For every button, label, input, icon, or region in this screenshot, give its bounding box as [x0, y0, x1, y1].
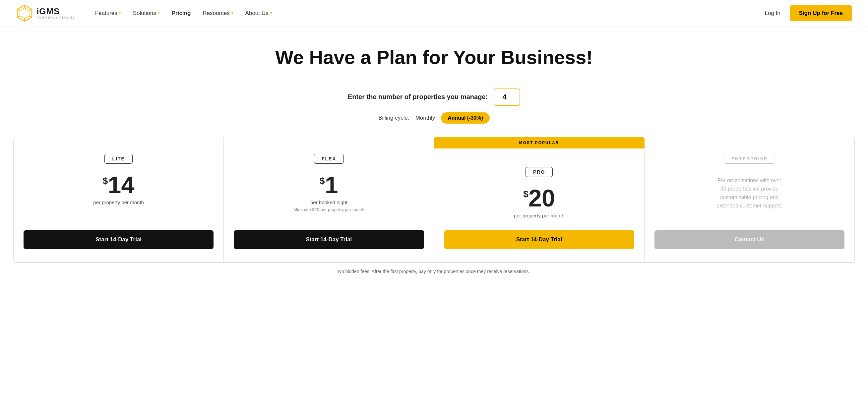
solutions-label: Solutions	[133, 10, 156, 16]
enterprise-cta-button[interactable]: Contact Us	[654, 230, 844, 249]
hero-section: We Have a Plan for Your Business!	[0, 27, 868, 78]
plan-lite: LITE $ 14 per property per month Start 1…	[13, 137, 224, 262]
footer-note: No hidden fees. After the first property…	[13, 263, 855, 277]
billing-annual-button[interactable]: Annual (-33%)	[441, 112, 490, 124]
lite-badge: LITE	[104, 154, 132, 164]
pro-price: $ 20	[523, 186, 555, 210]
features-chevron-icon: ▾	[119, 11, 121, 15]
pro-badge: PRO	[526, 167, 553, 177]
lite-per-unit: per property per month	[93, 200, 144, 205]
pricing-label: Pricing	[172, 10, 191, 16]
lite-cta-button[interactable]: Start 14-Day Trial	[24, 230, 214, 249]
pricing-section: LITE $ 14 per property per month Start 1…	[0, 130, 868, 291]
controls-section: Enter the number of properties you manag…	[0, 78, 868, 130]
flex-currency: $	[320, 176, 325, 186]
logo-name: iGMS	[36, 7, 75, 16]
billing-label: Billing cycle:	[378, 115, 409, 121]
plan-enterprise: ENTERPRISE For organizations with over 3…	[645, 137, 855, 262]
property-input[interactable]	[494, 89, 520, 106]
solutions-chevron-icon: ▾	[158, 11, 160, 15]
flex-amount: 1	[325, 173, 338, 197]
pro-cta-button[interactable]: Start 14-Day Trial	[444, 230, 634, 249]
nav-resources[interactable]: Resources ▾	[203, 10, 233, 16]
nav-links: Features ▾ Solutions ▾ Pricing Resources…	[95, 10, 765, 16]
lite-amount: 14	[108, 173, 134, 197]
pro-per-unit: per property per month	[514, 213, 565, 219]
logo[interactable]: iGMS FORMERLY AIRGMS	[16, 5, 75, 22]
nav-solutions[interactable]: Solutions ▾	[133, 10, 160, 16]
pricing-cards: LITE $ 14 per property per month Start 1…	[13, 137, 855, 263]
pro-currency: $	[523, 189, 528, 200]
about-label: About Us	[245, 10, 269, 16]
about-chevron-icon: ▾	[270, 11, 272, 15]
enterprise-desc: For organizations with over 30 propertie…	[716, 176, 782, 210]
login-button[interactable]: Log In	[765, 10, 780, 16]
lite-price: $ 14	[103, 173, 134, 197]
logo-subtitle: FORMERLY AIRGMS	[36, 16, 75, 20]
flex-per-unit: per booked night	[310, 200, 347, 205]
nav-about[interactable]: About Us ▾	[245, 10, 272, 16]
plan-pro: MOST POPULAR PRO $ 20 per property per m…	[434, 150, 645, 262]
enterprise-badge: ENTERPRISE	[724, 154, 775, 164]
billing-row: Billing cycle: Monthly Annual (-33%)	[378, 112, 490, 124]
signup-button[interactable]: Sign Up for Free	[790, 5, 852, 21]
plan-flex: FLEX $ 1 per booked night Minimum $20 pe…	[224, 137, 434, 262]
flex-badge: FLEX	[314, 154, 344, 164]
navigation: iGMS FORMERLY AIRGMS Features ▾ Solution…	[0, 0, 868, 27]
most-popular-banner: MOST POPULAR	[434, 137, 645, 148]
flex-price: $ 1	[320, 173, 338, 197]
flex-cta-button[interactable]: Start 14-Day Trial	[234, 230, 424, 249]
features-label: Features	[95, 10, 117, 16]
nav-features[interactable]: Features ▾	[95, 10, 121, 16]
billing-monthly-button[interactable]: Monthly	[415, 115, 435, 121]
resources-chevron-icon: ▾	[231, 11, 234, 15]
flex-per-unit-sub: Minimum $20 per property per month	[293, 207, 364, 212]
property-label: Enter the number of properties you manag…	[348, 93, 488, 101]
pro-amount: 20	[528, 186, 555, 210]
logo-icon	[16, 5, 33, 22]
svg-marker-1	[20, 8, 29, 19]
lite-currency: $	[103, 176, 108, 186]
property-row: Enter the number of properties you manag…	[348, 89, 520, 106]
nav-right: Log In Sign Up for Free	[765, 5, 852, 21]
nav-pricing[interactable]: Pricing	[172, 10, 191, 16]
resources-label: Resources	[203, 10, 229, 16]
hero-title: We Have a Plan for Your Business!	[7, 46, 861, 69]
